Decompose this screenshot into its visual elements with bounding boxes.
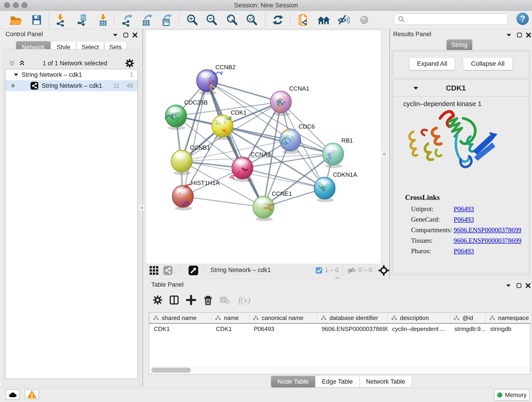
network-node-rb1[interactable]: RB1 — [323, 137, 353, 168]
network-node-ccnb1[interactable]: CCNB1 — [171, 144, 210, 175]
crosslink-label: GeneCard: — [411, 216, 454, 223]
column-header-canonical-name[interactable]: canonical name — [249, 313, 317, 323]
control-panel-close-icon[interactable] — [131, 31, 139, 39]
zoom-out-button[interactable] — [205, 13, 218, 27]
column-header-description[interactable]: description — [388, 313, 450, 323]
show-columns-icon[interactable] — [168, 294, 180, 306]
window-close-button[interactable] — [4, 2, 10, 8]
table-panel-menu-icon[interactable] — [505, 282, 512, 289]
column-header-namespace[interactable]: namespace — [486, 313, 530, 323]
right-splitter-handle[interactable] — [381, 151, 387, 157]
crosslink-value-link[interactable]: P06493 — [454, 247, 474, 255]
hide-unhide-button[interactable] — [336, 13, 350, 27]
tab-string[interactable]: String — [447, 39, 472, 51]
network-node-cdc25b[interactable]: CDC25B — [165, 99, 208, 130]
results-panel-menu-icon[interactable] — [505, 31, 513, 39]
export-network-button[interactable] — [120, 13, 133, 27]
column-header-database-identifier[interactable]: database identifier — [317, 313, 388, 323]
network-edge[interactable] — [183, 196, 264, 207]
table-panel-title: Table Panel — [151, 281, 184, 288]
table-panel-float-icon[interactable] — [515, 282, 523, 289]
table-row[interactable]: CDK1CDK1P064939606.ENSP00000378699cyclin… — [149, 323, 530, 334]
delete-column-trash-icon[interactable] — [202, 294, 214, 306]
table-options-gear-icon[interactable] — [152, 294, 164, 306]
create-column-icon[interactable] — [185, 294, 197, 306]
refresh-layout-button[interactable] — [271, 13, 285, 27]
column-header--id[interactable]: @id — [450, 313, 486, 323]
import-network-from-database-button[interactable] — [75, 13, 89, 27]
tab-network-table[interactable]: Network Table — [360, 376, 412, 388]
control-panel-menu-icon[interactable] — [111, 31, 119, 39]
table-cell[interactable]: stringdb — [486, 323, 530, 334]
zoom-selected-button[interactable] — [245, 13, 259, 27]
results-panel-close-icon[interactable] — [525, 31, 532, 39]
column-header-shared-name[interactable]: shared name — [149, 313, 211, 323]
table-cell[interactable]: CDK1 — [149, 323, 211, 334]
zoom-in-button[interactable] — [185, 13, 199, 27]
clone-network-button[interactable] — [297, 13, 310, 27]
control-panel-float-icon[interactable] — [122, 31, 130, 39]
section-expanded-icon[interactable] — [413, 86, 418, 90]
tree-expanded-icon[interactable] — [14, 73, 18, 77]
search-input[interactable] — [407, 16, 507, 23]
crosslink-value-link[interactable]: 9606.ENSP00000378699 — [454, 237, 521, 244]
collapse-all-icon[interactable] — [8, 60, 15, 66]
export-image-button[interactable] — [159, 13, 173, 27]
help-button[interactable]: ? — [516, 13, 529, 25]
export-table-button[interactable] — [140, 13, 153, 27]
hscroll-thumb[interactable] — [152, 368, 191, 373]
birds-eye-view-icon[interactable] — [188, 265, 198, 275]
node-navigator-crosshair-icon[interactable] — [379, 265, 389, 276]
network-badge-gray-icon[interactable] — [163, 266, 173, 275]
column-header-label: @id — [462, 314, 473, 322]
collapse-all-button[interactable]: Collapse All — [463, 57, 513, 70]
left-splitter-handle[interactable] — [139, 204, 144, 211]
crosslink-row: Compartments:9606.ENSP00000378699 — [411, 225, 526, 235]
table-cell[interactable]: CDK1 — [211, 323, 249, 334]
window-zoom-button[interactable] — [22, 2, 27, 8]
zoom-fit-button[interactable] — [225, 13, 239, 27]
import-table-button[interactable] — [96, 13, 110, 27]
network-edge[interactable] — [207, 81, 281, 102]
crosslink-value-link[interactable]: P06493 — [454, 205, 474, 213]
network-collection-row[interactable]: String Network – cdk1 1 — [6, 69, 138, 80]
crosslink-value-link[interactable]: 9606.ENSP00000378699 — [454, 226, 521, 234]
network-edge[interactable] — [183, 81, 207, 196]
table-cell[interactable]: cyclin–dependent ... — [388, 323, 450, 334]
column-header-name[interactable]: name — [211, 313, 249, 323]
network-node-ccne1[interactable]: CCNE1 — [253, 190, 292, 221]
level-of-detail-button[interactable] — [357, 13, 371, 27]
results-panel-float-icon[interactable] — [515, 31, 523, 39]
memory-button[interactable]: Memory — [494, 389, 530, 401]
table-cell[interactable]: 9606.ENSP00000378699 — [317, 323, 388, 334]
network-edge[interactable] — [207, 81, 264, 207]
window-minimize-button[interactable] — [13, 2, 19, 8]
expand-all-icon[interactable] — [19, 60, 25, 66]
network-node-hist1h1a[interactable]: HIST1H1A — [172, 179, 220, 211]
protein-section-header[interactable]: CDK1 — [393, 80, 529, 96]
table-cell[interactable]: P06493 — [249, 323, 317, 334]
crosslink-value-link[interactable]: P06493 — [454, 216, 474, 223]
network-node-ccnb2[interactable]: CCNB2 — [196, 64, 235, 95]
open-session-button[interactable] — [9, 13, 22, 27]
network-row-label: String Network – cdk1 — [42, 82, 102, 89]
cloud-status-button[interactable] — [6, 389, 20, 400]
table-cell[interactable]: stringdb:9... — [450, 323, 486, 334]
grid-view-icon[interactable] — [150, 266, 159, 275]
table-panel-close-icon[interactable] — [524, 282, 532, 289]
network-options-gear-icon[interactable] — [124, 58, 135, 69]
expand-all-button[interactable]: Expand All — [409, 57, 455, 70]
tab-edge-table[interactable]: Edge Table — [315, 376, 360, 388]
selected-nodes-checkbox-icon[interactable] — [316, 267, 322, 274]
save-session-button[interactable] — [30, 13, 44, 27]
collection-count: 1 — [130, 71, 133, 78]
warnings-button[interactable] — [25, 389, 39, 400]
table-hscrollbar[interactable] — [150, 366, 529, 374]
tab-node-table[interactable]: Node Table — [271, 376, 315, 388]
network-canvas[interactable]: CCNB2CCNA1CDC25BCDK1CDC6RB1CCNB1CCNA2CDK… — [146, 30, 381, 264]
table-tabs: Node Table Edge Table Network Table — [271, 376, 412, 387]
network-row-selected[interactable]: String Network – cdk1 11 48 — [6, 80, 138, 91]
network-node-cdkn1a[interactable]: CDKN1A — [314, 171, 357, 202]
import-network-button[interactable] — [53, 13, 67, 27]
home-view-button[interactable] — [317, 13, 331, 27]
